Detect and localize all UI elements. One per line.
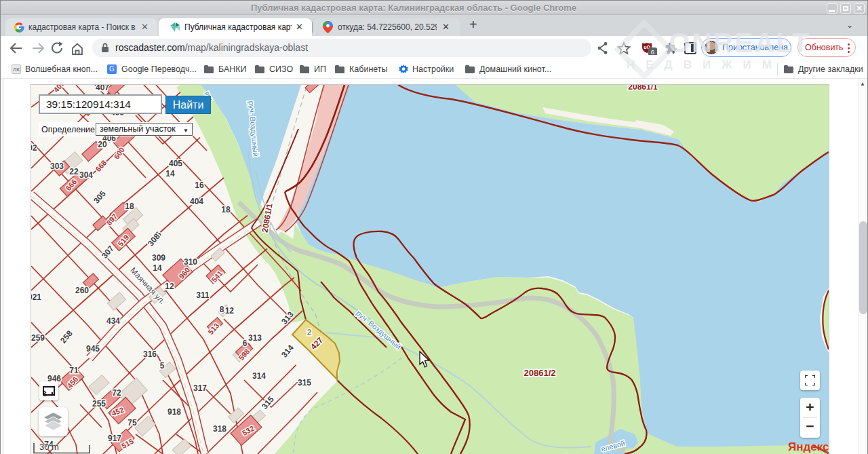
svg-text:71: 71 bbox=[69, 366, 79, 375]
svg-text:405: 405 bbox=[169, 159, 182, 168]
svg-text:317: 317 bbox=[193, 383, 207, 393]
svg-text:255: 255 bbox=[92, 399, 106, 409]
svg-text:917: 917 bbox=[108, 434, 121, 443]
svg-text:310: 310 bbox=[184, 257, 197, 267]
svg-text:02: 02 bbox=[31, 143, 37, 153]
svg-text:309: 309 bbox=[152, 253, 165, 263]
svg-text:20861/2: 20861/2 bbox=[524, 368, 556, 378]
svg-text:404: 404 bbox=[190, 197, 203, 206]
svg-text:311: 311 bbox=[196, 290, 210, 300]
svg-text:316: 316 bbox=[143, 349, 157, 359]
svg-text:6: 6 bbox=[243, 339, 248, 348]
svg-text:72: 72 bbox=[112, 388, 121, 398]
svg-text:75: 75 bbox=[127, 418, 137, 428]
svg-text:918: 918 bbox=[167, 407, 181, 417]
svg-text:5: 5 bbox=[160, 361, 165, 371]
svg-text:313: 313 bbox=[248, 333, 262, 343]
svg-text:14: 14 bbox=[165, 169, 175, 178]
svg-text:12: 12 bbox=[165, 282, 174, 291]
svg-text:260: 260 bbox=[75, 286, 89, 295]
svg-text:14: 14 bbox=[153, 263, 162, 273]
svg-text:16: 16 bbox=[195, 181, 204, 190]
svg-text:20861/1: 20861/1 bbox=[628, 85, 658, 92]
svg-text:407: 407 bbox=[96, 85, 109, 92]
svg-text:434: 434 bbox=[106, 316, 120, 326]
svg-text:8: 8 bbox=[220, 305, 224, 314]
svg-text:921: 921 bbox=[31, 292, 41, 302]
svg-text:259: 259 bbox=[31, 333, 45, 343]
svg-text:22: 22 bbox=[69, 167, 79, 176]
svg-text:945: 945 bbox=[86, 344, 100, 354]
svg-text:318: 318 bbox=[213, 424, 226, 434]
svg-text:315: 315 bbox=[298, 378, 311, 387]
svg-text:2: 2 bbox=[307, 328, 312, 337]
svg-text:18: 18 bbox=[221, 205, 231, 214]
svg-text:304: 304 bbox=[79, 170, 93, 180]
svg-text:303: 303 bbox=[50, 162, 64, 171]
svg-text:18: 18 bbox=[125, 202, 134, 211]
svg-text:314: 314 bbox=[252, 371, 266, 381]
svg-text:20: 20 bbox=[98, 140, 107, 149]
